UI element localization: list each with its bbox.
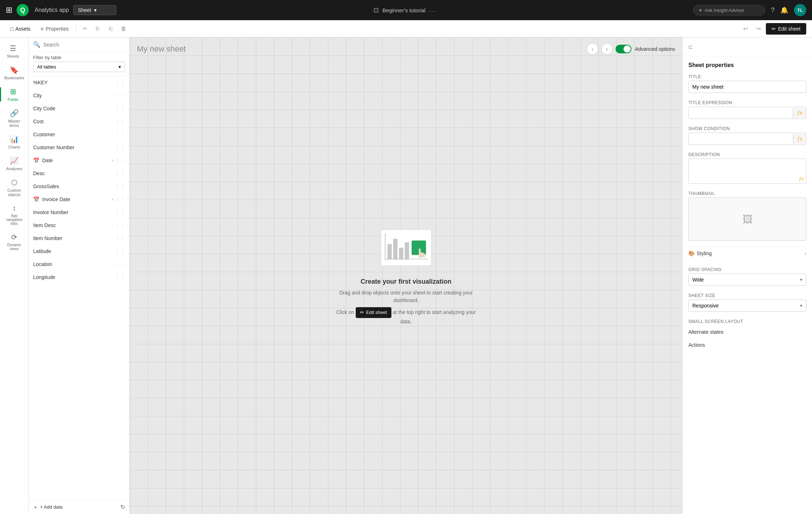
thumbnail-box[interactable]: 🖼 [688, 198, 806, 241]
field-item[interactable]: 📅Invoice Date›⋮⋮ [29, 193, 129, 206]
svg-rect-3 [387, 244, 392, 260]
grid-spacing-select-wrap: Wide ▾ [688, 274, 806, 286]
fields-item-wrapper: ⊞ Fields [0, 84, 28, 105]
drag-handle-icon[interactable]: ⋮⋮ [115, 183, 125, 189]
field-name: City [33, 93, 42, 98]
cut-button[interactable]: ✂ [79, 23, 90, 35]
canvas: My new sheet ‹ › Advanced options [130, 37, 682, 514]
advanced-options-toggle[interactable] [616, 45, 631, 53]
field-item[interactable]: Location⋮⋮ [29, 258, 129, 271]
sheet-selector[interactable]: Sheet ▾ [73, 5, 116, 15]
field-name: Invoice Date [42, 196, 70, 202]
drag-handle-icon[interactable]: ⋮⋮ [115, 158, 125, 163]
more-options-button[interactable]: ... [429, 7, 436, 13]
drag-handle-icon[interactable]: ⋮⋮ [115, 119, 125, 124]
edit-sheet-button[interactable]: ✏ Edit sheet [766, 23, 806, 35]
sidebar-item-sheets[interactable]: ☰ Sheets [0, 40, 26, 62]
field-item[interactable]: City⋮⋮ [29, 89, 129, 102]
drag-handle-icon[interactable]: ⋮⋮ [115, 209, 125, 215]
field-item[interactable]: Invoice Number⋮⋮ [29, 206, 129, 219]
description-fx-button[interactable]: ƒx [799, 176, 804, 181]
styling-row[interactable]: 🎨 Styling › [688, 247, 806, 260]
filter-select-wrap: All tables ▾ [29, 62, 129, 76]
field-item[interactable]: Latitude⋮⋮ [29, 245, 129, 258]
description-textarea[interactable] [689, 159, 806, 183]
field-name: Invoice Number [33, 209, 68, 215]
drag-handle-icon[interactable]: ⋮⋮ [115, 196, 125, 202]
grid-spacing-select[interactable]: Wide [689, 274, 797, 285]
next-sheet-button[interactable]: › [601, 43, 613, 55]
add-data-plus-icon: ＋ [33, 504, 38, 510]
field-item[interactable]: Item Number⋮⋮ [29, 232, 129, 245]
sidebar-item-charts[interactable]: 📊 Charts [1, 131, 27, 153]
field-item[interactable]: Customer⋮⋮ [29, 128, 129, 141]
show-condition-input[interactable] [689, 133, 793, 145]
alternate-states-item[interactable]: Alternate states [683, 325, 812, 338]
undo-button[interactable]: ↩ [740, 23, 751, 35]
drag-handle-icon[interactable]: ⋮⋮ [115, 106, 125, 111]
ask-insight-button[interactable]: ✦ Ask Insight Advisor [693, 5, 765, 15]
properties-tab[interactable]: ≡ Properties [36, 23, 73, 35]
delete-button[interactable]: 🗑 [118, 23, 129, 35]
canvas-header: My new sheet ‹ › Advanced options [137, 43, 675, 55]
copy-button[interactable]: ⎘ [92, 23, 103, 35]
top-nav: ⊞ Q Analytics app Sheet ▾ ⊡ Beginner's t… [0, 0, 812, 20]
sheet-title: My new sheet [137, 44, 186, 54]
sidebar-item-app-nav[interactable]: ↕ App navigation links [1, 200, 27, 229]
field-item[interactable]: Customer Number⋮⋮ [29, 141, 129, 154]
grid-menu-icon[interactable]: ⊞ [6, 5, 12, 15]
sidebar-item-custom-objects[interactable]: ⬡ Custom objects [1, 174, 27, 200]
search-input[interactable] [43, 42, 125, 48]
title-expression-input[interactable] [689, 107, 793, 119]
field-name: Date [42, 158, 53, 163]
panel-collapse-icon[interactable]: ⊏ [688, 43, 693, 50]
drag-handle-icon[interactable]: ⋮⋮ [115, 80, 125, 85]
assets-tab[interactable]: □ Assets [6, 23, 35, 35]
notifications-icon[interactable]: 🔔 [780, 6, 788, 14]
help-icon[interactable]: ? [771, 6, 775, 14]
field-item[interactable]: %KEY⋮⋮ [29, 76, 129, 89]
sidebar-item-bookmarks[interactable]: 🔖 Bookmarks [1, 62, 27, 84]
field-item[interactable]: Desc⋮⋮ [29, 167, 129, 180]
avatar[interactable]: TL [794, 4, 806, 16]
drag-handle-icon[interactable]: ⋮⋮ [115, 235, 125, 241]
drag-handle-icon[interactable]: ⋮⋮ [115, 170, 125, 176]
actions-item[interactable]: Actions [683, 338, 812, 351]
sidebar-item-fields[interactable]: ⊞ Fields [0, 84, 26, 105]
title-expression-fx-button[interactable]: ƒx [793, 108, 806, 118]
drag-handle-icon[interactable]: ⋮⋮ [115, 261, 125, 267]
expand-icon[interactable]: › [112, 197, 114, 202]
add-data-button[interactable]: ＋ + Add data [33, 504, 63, 510]
title-input[interactable] [688, 81, 806, 93]
field-item[interactable]: Longitude⋮⋮ [29, 271, 129, 284]
drag-handle-icon[interactable]: ⋮⋮ [115, 145, 125, 150]
expand-icon[interactable]: › [112, 158, 114, 163]
drag-handle-icon[interactable]: ⋮⋮ [115, 274, 125, 280]
drag-handle-icon[interactable]: ⋮⋮ [115, 93, 125, 98]
title-expression-label: Title expression [683, 97, 812, 107]
field-item[interactable]: Item Desc⋮⋮ [29, 219, 129, 232]
field-item[interactable]: City Code⋮⋮ [29, 102, 129, 115]
sidebar-item-analyses[interactable]: 📈 Analyses [1, 153, 27, 174]
sidebar-item-master-items[interactable]: 🔗 Master items [1, 105, 27, 131]
field-name: GrossSales [33, 183, 59, 189]
field-item[interactable]: 📅Date›⋮⋮ [29, 154, 129, 167]
small-screen-label: Small screen layout [683, 316, 812, 325]
drag-handle-icon[interactable]: ⋮⋮ [115, 132, 125, 137]
drag-handle-icon[interactable]: ⋮⋮ [115, 248, 125, 254]
sheet-size-select[interactable]: Responsive [689, 300, 797, 311]
drag-handle-icon[interactable]: ⋮⋮ [115, 222, 125, 228]
sidebar-item-dynamic-views[interactable]: ⟳ Dynamic views [1, 229, 27, 254]
paste-button[interactable]: ⎗ [105, 23, 116, 35]
field-item[interactable]: GrossSales⋮⋮ [29, 180, 129, 193]
show-condition-fx-button[interactable]: ƒx [793, 134, 806, 144]
sheet-size-arrow-icon: ▾ [797, 300, 806, 311]
table-filter-select[interactable]: All tables ▾ [33, 62, 125, 72]
toggle-knob [624, 45, 631, 53]
field-item[interactable]: Cost⋮⋮ [29, 115, 129, 128]
prev-sheet-button[interactable]: ‹ [587, 43, 598, 55]
edit-sheet-inline-button[interactable]: ✏ Edit sheet [356, 307, 391, 318]
svg-rect-6 [405, 242, 409, 260]
redo-button[interactable]: ↪ [753, 23, 764, 35]
refresh-button[interactable]: ↻ [120, 504, 125, 510]
